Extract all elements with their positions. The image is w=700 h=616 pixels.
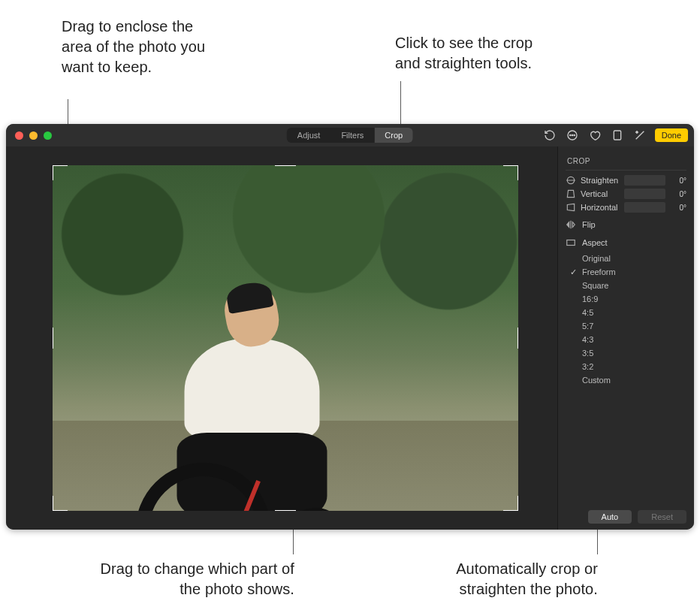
fullscreen-button[interactable] <box>44 131 52 140</box>
tab-filters[interactable]: Filters <box>330 128 374 143</box>
tab-crop[interactable]: Crop <box>374 128 413 143</box>
aspect-4-5[interactable]: 4:5 <box>582 306 686 319</box>
aspect-list: Original Freeform Square 16:9 4:5 5:7 4:… <box>566 252 686 387</box>
straighten-icon <box>566 175 576 186</box>
callout-line <box>597 527 598 554</box>
horizontal-row: Horizontal 0° <box>566 202 686 213</box>
flip-row[interactable]: Flip <box>566 216 686 234</box>
minimize-button[interactable] <box>29 131 38 140</box>
straighten-row: Straighten 0° <box>566 175 686 186</box>
aspect-row: Aspect <box>566 234 686 252</box>
callout-drag-photo: Drag to change which part of the photo s… <box>84 559 294 599</box>
callout-crop-area: Drag to enclose the area of the photo yo… <box>62 17 212 77</box>
aspect-3-2[interactable]: 3:2 <box>582 360 686 373</box>
callout-auto: Automatically crop or straighten the pho… <box>403 559 598 599</box>
photo-crop-frame[interactable] <box>53 165 518 511</box>
crop-handle-bottom-left[interactable] <box>53 496 68 511</box>
traffic-lights <box>6 131 52 140</box>
auto-enhance-icon[interactable] <box>632 128 647 143</box>
rotate-icon[interactable] <box>542 128 557 143</box>
aspect-custom[interactable]: Custom <box>582 373 686 387</box>
vertical-row: Vertical 0° <box>566 189 686 199</box>
photo-subject <box>225 286 327 511</box>
toolbar-right: Done <box>542 128 688 143</box>
crop-handle-bottom-right[interactable] <box>503 496 518 511</box>
done-button[interactable]: Done <box>655 128 688 142</box>
aspect-orientation-icon[interactable] <box>610 128 625 143</box>
svg-rect-7 <box>567 240 575 246</box>
aspect-label: Aspect <box>582 238 608 247</box>
crop-handle-top[interactable] <box>275 165 296 166</box>
aspect-original[interactable]: Original <box>582 252 686 265</box>
aspect-16-9[interactable]: 16:9 <box>582 292 686 306</box>
horizontal-perspective-icon <box>566 202 576 213</box>
vertical-label: Vertical <box>581 189 620 198</box>
aspect-4-3[interactable]: 4:3 <box>582 333 686 346</box>
straighten-value: 0° <box>670 177 686 185</box>
close-button[interactable] <box>15 131 23 140</box>
crop-handle-top-right[interactable] <box>503 165 518 180</box>
vertical-slider[interactable] <box>624 189 665 199</box>
favorite-icon[interactable] <box>587 128 602 143</box>
aspect-square[interactable]: Square <box>582 279 686 292</box>
crop-handle-left[interactable] <box>53 328 53 349</box>
crop-sidebar: CROP Straighten 0° Vertical 0° <box>557 146 694 530</box>
svg-point-1 <box>569 134 570 135</box>
svg-point-3 <box>574 134 575 135</box>
straighten-label: Straighten <box>581 176 620 185</box>
tab-adjust[interactable]: Adjust <box>287 128 331 143</box>
flip-icon <box>566 219 576 230</box>
flip-label: Flip <box>582 220 596 229</box>
vertical-perspective-icon <box>566 189 576 199</box>
aspect-5-7[interactable]: 5:7 <box>582 319 686 333</box>
canvas-area <box>6 146 557 530</box>
auto-button[interactable]: Auto <box>588 510 632 524</box>
aspect-3-5[interactable]: 3:5 <box>582 346 686 360</box>
crop-handle-right[interactable] <box>517 328 518 349</box>
crop-handle-bottom[interactable] <box>275 510 296 511</box>
svg-rect-4 <box>614 131 620 140</box>
crop-handle-top-left[interactable] <box>53 165 68 180</box>
sidebar-title: CROP <box>566 154 686 171</box>
vertical-value: 0° <box>670 190 686 198</box>
main-area: CROP Straighten 0° Vertical 0° <box>6 146 694 530</box>
callout-crop-tab: Click to see the crop and straighten too… <box>395 33 545 74</box>
horizontal-value: 0° <box>670 204 686 212</box>
horizontal-label: Horizontal <box>581 203 620 212</box>
reset-button[interactable]: Reset <box>638 510 686 524</box>
photos-edit-window: Adjust Filters Crop Done <box>6 124 694 530</box>
titlebar: Adjust Filters Crop Done <box>6 124 694 146</box>
aspect-icon <box>566 237 576 248</box>
edit-mode-tabs: Adjust Filters Crop <box>287 128 413 143</box>
more-icon[interactable] <box>565 128 580 143</box>
straighten-slider[interactable] <box>624 175 665 186</box>
horizontal-slider[interactable] <box>624 202 665 213</box>
aspect-freeform[interactable]: Freeform <box>582 265 686 279</box>
svg-point-2 <box>572 134 572 135</box>
sidebar-footer: Auto Reset <box>566 504 686 524</box>
